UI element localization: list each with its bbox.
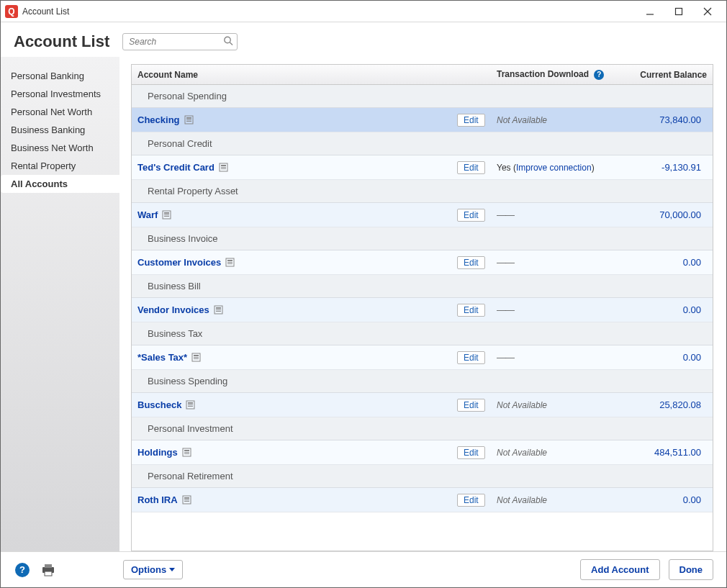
sidebar-item[interactable]: Personal Banking: [1, 67, 119, 85]
edit-button[interactable]: Edit: [457, 494, 485, 507]
edit-cell: Edit: [457, 399, 497, 412]
transaction-status-dash: ——: [497, 304, 514, 315]
svg-rect-33: [188, 406, 193, 407]
edit-button[interactable]: Edit: [457, 304, 485, 317]
account-register-icon[interactable]: [182, 448, 191, 457]
account-row[interactable]: WarfEdit——70,000.00: [132, 203, 713, 227]
account-name-link[interactable]: Vendor Invoices: [137, 304, 209, 315]
account-name-cell: Customer Invoices: [132, 257, 457, 268]
print-button[interactable]: [40, 561, 57, 579]
account-row[interactable]: Ted's Credit CardEditYes (Improve connec…: [132, 155, 713, 180]
account-register-icon[interactable]: [219, 163, 228, 172]
account-row[interactable]: BuscheckEditNot Available25,820.08: [132, 393, 713, 417]
account-register-icon[interactable]: [184, 115, 194, 125]
sidebar-item[interactable]: Personal Net Worth: [1, 103, 119, 121]
group-row: Business Invoice: [132, 227, 713, 250]
done-button[interactable]: Done: [669, 559, 714, 580]
printer-icon: [41, 564, 55, 576]
options-button[interactable]: Options: [123, 560, 183, 579]
maximize-button[interactable]: [664, 1, 693, 22]
svg-rect-27: [194, 355, 199, 356]
svg-rect-25: [216, 311, 221, 312]
balance-value: 70,000.00: [637, 209, 707, 220]
transaction-status-dash: ——: [497, 352, 514, 363]
svg-rect-40: [184, 499, 189, 500]
account-name-link[interactable]: Buscheck: [137, 399, 181, 410]
col-header-transaction-download-label: Transaction Download: [497, 69, 589, 79]
group-row: Business Tax: [132, 322, 713, 345]
account-name-link[interactable]: Warf: [137, 209, 158, 220]
sidebar-item[interactable]: All Accounts: [1, 175, 119, 193]
edit-button[interactable]: Edit: [457, 114, 485, 127]
edit-button[interactable]: Edit: [457, 209, 485, 222]
page-title: Account List: [14, 32, 109, 51]
account-name-cell: Vendor Invoices: [132, 304, 457, 315]
add-account-button[interactable]: Add Account: [580, 559, 659, 580]
account-register-icon[interactable]: [214, 305, 223, 315]
edit-button[interactable]: Edit: [457, 161, 485, 174]
balance-cell: 70,000.00: [637, 209, 713, 220]
col-header-account-name[interactable]: Account Name: [132, 70, 457, 80]
account-name-cell: Ted's Credit Card: [132, 162, 457, 173]
account-name-link[interactable]: Checking: [137, 114, 180, 125]
close-button[interactable]: [693, 1, 722, 22]
improve-connection-link[interactable]: Improve connection: [516, 163, 592, 173]
account-register-icon[interactable]: [186, 400, 195, 410]
account-row[interactable]: HoldingsEditNot Available484,511.00: [132, 440, 713, 465]
transaction-download-cell: Not Available: [497, 494, 637, 505]
edit-button[interactable]: Edit: [457, 399, 485, 412]
balance-cell: 0.00: [637, 304, 713, 315]
account-register-icon[interactable]: [162, 210, 171, 220]
account-name-link[interactable]: Holdings: [137, 447, 178, 458]
col-header-current-balance[interactable]: Current Balance: [637, 70, 713, 80]
transaction-download-cell: Yes (Improve connection): [497, 162, 637, 173]
svg-rect-36: [184, 452, 189, 453]
sidebar-item[interactable]: Business Net Worth: [1, 139, 119, 157]
svg-rect-32: [188, 404, 193, 405]
sidebar-item[interactable]: Personal Investments: [1, 85, 119, 103]
col-header-transaction-download[interactable]: Transaction Download ?: [497, 69, 637, 80]
svg-rect-44: [45, 571, 52, 576]
account-name-link[interactable]: Ted's Credit Card: [137, 162, 215, 173]
balance-value: 0.00: [637, 304, 707, 315]
transaction-download-cell: Not Available: [497, 399, 637, 410]
svg-rect-17: [164, 216, 169, 217]
search-input[interactable]: [122, 33, 238, 50]
edit-button[interactable]: Edit: [457, 446, 485, 459]
balance-value: 25,820.08: [637, 399, 707, 410]
account-name-link[interactable]: *Sales Tax*: [137, 352, 187, 363]
group-row: Personal Spending: [132, 85, 713, 108]
account-row[interactable]: Vendor InvoicesEdit——0.00: [132, 298, 713, 322]
help-button[interactable]: ?: [14, 561, 31, 579]
account-register-icon[interactable]: [191, 353, 201, 362]
transaction-download-cell: ——: [497, 352, 637, 363]
group-row: Personal Investment: [132, 417, 713, 440]
window-title: Account List: [22, 6, 636, 17]
transaction-status: Not Available: [497, 495, 547, 505]
svg-rect-39: [184, 497, 189, 499]
svg-rect-43: [45, 564, 52, 568]
table-body[interactable]: Personal SpendingCheckingEditNot Availab…: [132, 85, 713, 551]
svg-rect-31: [188, 402, 193, 404]
account-register-icon[interactable]: [225, 258, 235, 267]
account-row[interactable]: Customer InvoicesEdit——0.00: [132, 250, 713, 275]
sidebar-item[interactable]: Business Banking: [1, 121, 119, 139]
account-name-cell: *Sales Tax*: [132, 352, 457, 363]
sidebar-item[interactable]: Rental Property: [1, 157, 119, 175]
account-name-cell: Warf: [132, 209, 457, 220]
account-row[interactable]: CheckingEditNot Available73,840.00: [132, 108, 713, 132]
account-row[interactable]: Roth IRAEditNot Available0.00: [132, 488, 713, 512]
edit-button[interactable]: Edit: [457, 256, 485, 269]
account-name-link[interactable]: Customer Invoices: [137, 257, 221, 268]
edit-button[interactable]: Edit: [457, 351, 485, 364]
svg-rect-8: [186, 119, 191, 120]
help-icon[interactable]: ?: [594, 70, 604, 80]
search-icon: [223, 36, 233, 48]
transaction-download-cell: Not Available: [497, 114, 637, 125]
account-row[interactable]: *Sales Tax*Edit——0.00: [132, 345, 713, 370]
account-register-icon[interactable]: [182, 495, 191, 505]
account-name-link[interactable]: Roth IRA: [137, 494, 178, 505]
transaction-download-cell: ——: [497, 257, 637, 268]
minimize-button[interactable]: [636, 1, 664, 22]
edit-cell: Edit: [457, 494, 497, 507]
